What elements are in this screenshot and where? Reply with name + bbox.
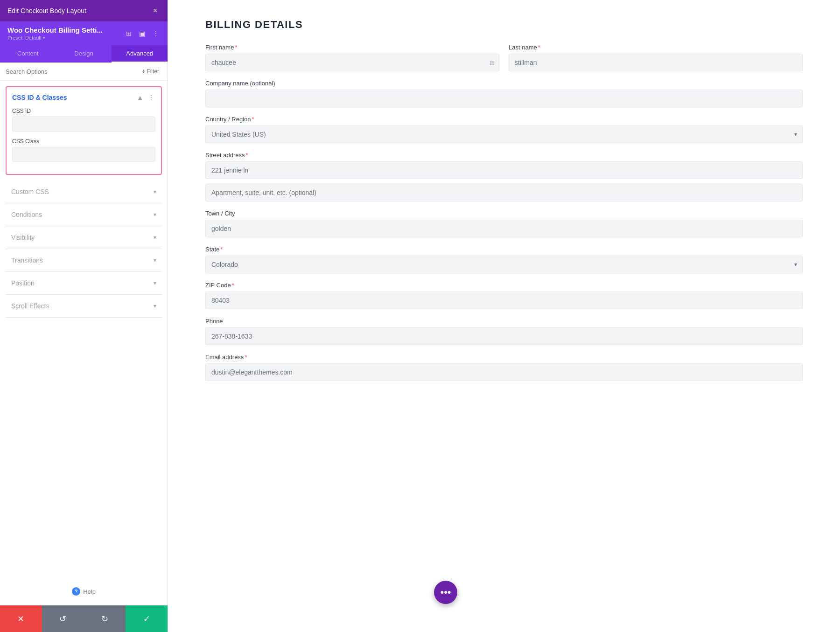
street2-input[interactable] <box>205 184 803 201</box>
city-label: Town / City <box>205 210 803 217</box>
css-class-input[interactable] <box>12 147 155 162</box>
section-icons: ▲ ⋮ <box>136 93 155 102</box>
filter-button[interactable]: + Filter <box>139 67 162 76</box>
section-header-transitions[interactable]: Transitions ▾ <box>6 249 162 271</box>
preset-caret-icon: ▾ <box>43 35 45 40</box>
section-transitions: Transitions ▾ <box>6 249 162 272</box>
street-label: Street address* <box>205 152 803 159</box>
required-star-7: * <box>245 354 247 361</box>
chevron-down-icon: ▾ <box>154 188 156 195</box>
billing-title: BILLING DETAILS <box>205 19 803 31</box>
help-button[interactable]: ? Help <box>72 587 96 596</box>
css-class-label: CSS Class <box>12 138 155 145</box>
last-name-label: Last name* <box>509 44 803 51</box>
required-star-3: * <box>252 116 254 123</box>
panel-header: Edit Checkout Body Layout × <box>0 0 168 21</box>
state-select[interactable]: Colorado <box>205 256 803 273</box>
required-star-5: * <box>220 246 223 253</box>
country-select-wrapper: United States (US) <box>205 125 803 143</box>
collapse-icon[interactable]: ▲ <box>136 93 144 102</box>
chevron-down-icon: ▾ <box>154 234 156 241</box>
last-name-group: Last name* <box>509 44 803 71</box>
widget-title: Woo Checkout Billing Setti... <box>7 26 103 34</box>
chevron-down-icon: ▾ <box>154 257 156 264</box>
bottom-bar: ✕ ↺ ↻ ✓ <box>0 605 168 632</box>
state-group: State* Colorado <box>205 246 803 273</box>
required-star: * <box>235 44 237 51</box>
undo-button[interactable]: ↺ <box>42 605 84 632</box>
right-content: BILLING DETAILS First name* ⊞ Last name*… <box>168 0 840 632</box>
name-row: First name* ⊞ Last name* <box>205 44 803 71</box>
section-title-visibility: Visibility <box>11 234 35 241</box>
tab-design[interactable]: Design <box>56 45 112 63</box>
redo-button[interactable]: ↻ <box>84 605 126 632</box>
panel-subheader: Woo Checkout Billing Setti... Preset: De… <box>0 21 168 45</box>
section-position: Position ▾ <box>6 272 162 295</box>
chevron-down-icon: ▾ <box>154 303 156 309</box>
street2-group <box>205 184 803 201</box>
company-label: Company name (optional) <box>205 80 803 87</box>
tab-advanced[interactable]: Advanced <box>112 45 168 63</box>
country-label: Country / Region* <box>205 116 803 123</box>
floating-action-button[interactable]: ••• <box>434 581 457 604</box>
help-section: ? Help <box>0 577 168 605</box>
state-select-wrapper: Colorado <box>205 256 803 273</box>
section-header-visibility[interactable]: Visibility ▾ <box>6 226 162 249</box>
preset-label[interactable]: Preset: Default ▾ <box>7 35 103 41</box>
first-name-input[interactable] <box>205 54 499 71</box>
responsive-icon[interactable]: ⊞ <box>125 29 133 38</box>
zip-input[interactable] <box>205 292 803 309</box>
tab-content[interactable]: Content <box>0 45 56 63</box>
more-icon[interactable]: ⋮ <box>147 93 155 102</box>
section-custom-css: Custom CSS ▾ <box>6 181 162 203</box>
country-select[interactable]: United States (US) <box>205 125 803 143</box>
css-class-field: CSS Class <box>12 138 155 168</box>
collapsible-sections: Custom CSS ▾ Conditions ▾ Visibility ▾ T… <box>6 181 162 318</box>
street1-group: Street address* <box>205 152 803 179</box>
cancel-button[interactable]: ✕ <box>0 605 42 632</box>
field-person-icon: ⊞ <box>490 59 495 66</box>
last-name-input[interactable] <box>509 54 803 71</box>
section-header-scroll-effects[interactable]: Scroll Effects ▾ <box>6 295 162 317</box>
company-input[interactable] <box>205 90 803 107</box>
panel-content: CSS ID & Classes ▲ ⋮ CSS ID CSS Class Cu… <box>0 81 168 577</box>
first-name-group: First name* ⊞ <box>205 44 499 71</box>
help-icon: ? <box>72 587 80 596</box>
section-title-scroll-effects: Scroll Effects <box>11 302 49 310</box>
search-input[interactable] <box>6 68 135 75</box>
css-section-title: CSS ID & Classes <box>12 94 67 101</box>
city-input[interactable] <box>205 220 803 237</box>
section-visibility: Visibility ▾ <box>6 226 162 249</box>
chevron-down-icon: ▾ <box>154 211 156 218</box>
css-id-input[interactable] <box>12 117 155 132</box>
state-label: State* <box>205 246 803 253</box>
css-id-field: CSS ID <box>12 108 155 138</box>
css-id-label: CSS ID <box>12 108 155 114</box>
left-panel: Edit Checkout Body Layout × Woo Checkout… <box>0 0 168 632</box>
subheader-icons: ⊞ ▣ ⋮ <box>125 29 160 38</box>
section-title-position: Position <box>11 279 35 287</box>
search-row: + Filter <box>0 63 168 81</box>
section-title-custom-css: Custom CSS <box>11 188 49 195</box>
css-section-header: CSS ID & Classes ▲ ⋮ <box>12 93 155 102</box>
section-header-conditions[interactable]: Conditions ▾ <box>6 203 162 226</box>
street1-input[interactable] <box>205 161 803 179</box>
chevron-down-icon: ▾ <box>154 280 156 286</box>
city-group: Town / City <box>205 210 803 237</box>
panel-title: Edit Checkout Body Layout <box>7 7 86 14</box>
email-input[interactable] <box>205 363 803 381</box>
layout-icon[interactable]: ▣ <box>138 29 146 38</box>
section-scroll-effects: Scroll Effects ▾ <box>6 295 162 318</box>
phone-label: Phone <box>205 318 803 325</box>
phone-input[interactable] <box>205 327 803 345</box>
css-id-classes-section: CSS ID & Classes ▲ ⋮ CSS ID CSS Class <box>6 86 162 175</box>
tabs-row: Content Design Advanced <box>0 45 168 63</box>
zip-group: ZIP Code* <box>205 282 803 309</box>
email-label: Email address* <box>205 354 803 361</box>
save-button[interactable]: ✓ <box>126 605 168 632</box>
close-button[interactable]: × <box>150 6 160 16</box>
section-title-conditions: Conditions <box>11 211 42 218</box>
section-header-position[interactable]: Position ▾ <box>6 272 162 294</box>
section-header-custom-css[interactable]: Custom CSS ▾ <box>6 181 162 203</box>
more-options-icon[interactable]: ⋮ <box>152 29 160 38</box>
